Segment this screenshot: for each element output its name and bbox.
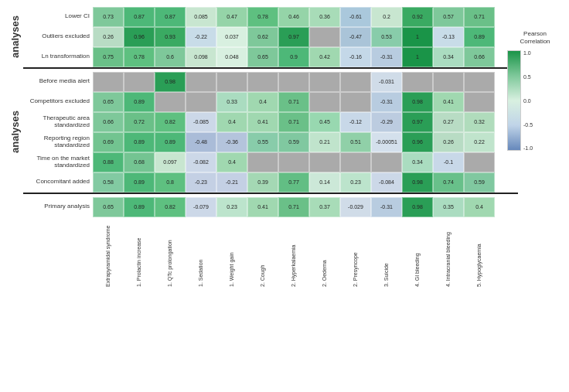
legend-label--1.0: -1.0: [523, 145, 533, 151]
heatmap-cell: -0.084: [371, 172, 402, 193]
heatmap-cell: -0.29: [371, 112, 402, 132]
heatmap-cell: 0.82: [155, 112, 186, 132]
section-middle: analyses Before media alert0.98-0.031Com…: [6, 72, 501, 193]
heatmap-cell: 0.75: [93, 47, 124, 67]
heatmap-cell: [402, 72, 433, 92]
heatmap-cell: -0.16: [340, 47, 371, 67]
heatmap-cell: 0.41: [433, 92, 464, 112]
heatmap-cell: -0.31: [371, 197, 402, 217]
heatmap-cell: [278, 72, 309, 92]
legend-gradient: [507, 50, 521, 151]
x-label: Extrapyramidal syndrome: [93, 217, 124, 287]
x-label: 1. QTc prolongation: [155, 217, 186, 287]
heatmap-cell: 0.34: [433, 47, 464, 67]
heatmap-cell: 0.57: [433, 7, 464, 27]
heatmap-cell: 0.92: [402, 7, 433, 27]
heatmap-cell: 0.51: [340, 132, 371, 152]
heatmap-cell: -0.31: [371, 92, 402, 112]
heatmap-cell: 0.97: [402, 112, 433, 132]
heatmap-cell: 0.66: [464, 47, 495, 67]
row-label: Concomitant added: [23, 179, 93, 186]
x-label: 4. GI bleeding: [402, 217, 433, 287]
heatmap-row: Lower CI0.730.870.870.0850.470.780.460.3…: [23, 7, 495, 27]
heatmap-cell: 0.45: [309, 112, 340, 132]
heatmap-cell: -0.13: [433, 27, 464, 47]
legend-label--0.5: -0.5: [523, 122, 533, 128]
heatmap-cell: 0.42: [309, 47, 340, 67]
x-label: 1. Sedation: [186, 217, 216, 287]
heatmap-cell: 0.96: [402, 132, 433, 152]
heatmap-cell: 0.73: [93, 7, 124, 27]
heatmap-cell: -0.47: [340, 27, 371, 47]
heatmap-cell: [247, 152, 278, 172]
row-label: Reporting region standardized: [23, 135, 93, 149]
x-label: 2. Oedema: [309, 217, 340, 287]
heatmap-cell: 0.69: [93, 132, 124, 152]
heatmap-row: Outliers excluded0.260.960.93-0.220.0370…: [23, 27, 495, 47]
heatmap-cell: 0.89: [464, 27, 495, 47]
heatmap-cell: -0.21: [216, 172, 247, 193]
heatmap-cell: 0.65: [93, 197, 124, 217]
heatmap-cell: 1: [402, 27, 433, 47]
x-label: 2. Presyncope: [340, 217, 371, 287]
row-label: Outliers excluded: [23, 33, 93, 40]
heatmap-cell: 0.77: [278, 172, 309, 193]
heatmap-cell: 0.98: [402, 172, 433, 193]
heatmap-cell: -0.00051: [371, 132, 402, 152]
heatmap-cell: 0.9: [278, 47, 309, 67]
x-label: 2. Hyperkalaemia: [278, 217, 309, 287]
heatmap-cell: 0.89: [124, 197, 155, 217]
heatmap-cell: 0.88: [93, 152, 124, 172]
heatmap-cell: -0.48: [186, 132, 216, 152]
heatmap-cell: -0.12: [340, 112, 371, 132]
heatmap-cell: 0.59: [278, 132, 309, 152]
heatmap-cell: 0.58: [93, 172, 124, 193]
heatmap-cell: 0.62: [247, 27, 278, 47]
heatmap-cell: -0.36: [216, 132, 247, 152]
legend-labels: 1.0 0.5 0.0 -0.5 -1.0: [521, 50, 533, 151]
heatmap-cell: [340, 92, 371, 112]
heatmap-cell: 0.8: [155, 172, 186, 193]
heatmap-cell: [216, 72, 247, 92]
heatmap-cell: 0.89: [124, 132, 155, 152]
middle-rows: Before media alert0.98-0.031Competitors …: [23, 72, 495, 193]
heatmap-row: Before media alert0.98-0.031: [23, 72, 495, 92]
row-label: Lower CI: [23, 13, 93, 20]
heatmap-cell: 0.36: [309, 7, 340, 27]
x-labels: Extrapyramidal syndrome1. Prolactin incr…: [23, 217, 501, 287]
heatmap-cell: 0.14: [309, 172, 340, 193]
heatmap-cell: -0.085: [186, 112, 216, 132]
heatmap-cell: -0.61: [340, 7, 371, 27]
x-label: 5. Hypoglycaemia: [464, 217, 495, 287]
heatmap-cell: 0.65: [247, 47, 278, 67]
row-label: Before media alert: [23, 78, 93, 85]
heatmap-cell: 0.41: [247, 197, 278, 217]
heatmap-cell: [340, 152, 371, 172]
heatmap-cell: 0.23: [216, 197, 247, 217]
heatmap-cell: 0.87: [155, 7, 186, 27]
heatmap-cell: 0.66: [93, 112, 124, 132]
heatmap-row: Ln transformation0.750.780.60.0980.0480.…: [23, 47, 495, 67]
heatmap-cell: 0.39: [247, 172, 278, 193]
top-rows: Lower CI0.730.870.870.0850.470.780.460.3…: [23, 7, 495, 67]
heatmap-cell: 0.085: [186, 7, 216, 27]
heatmap-cell: [433, 72, 464, 92]
heatmap-cell: 0.21: [309, 132, 340, 152]
heatmap-cell: 0.59: [464, 172, 495, 193]
section-bottom: Primary analysis0.650.890.82-0.0790.230.…: [6, 197, 501, 217]
legend-title: Pearson Correlation: [507, 30, 563, 46]
heatmap-cell: 0.65: [93, 92, 124, 112]
heatmap-cell: 0.71: [278, 197, 309, 217]
heatmap-cell: 0.55: [247, 132, 278, 152]
heatmap-cell: 0.23: [340, 172, 371, 193]
x-label: 1. Weight gain: [216, 217, 247, 287]
heatmap-cell: 0.71: [464, 7, 495, 27]
heatmap-cell: 0.2: [371, 7, 402, 27]
chart-container: analyses Lower CI0.730.870.870.0850.470.…: [6, 7, 563, 386]
heatmap-cell: 0.47: [216, 7, 247, 27]
heatmap-cell: 0.097: [155, 152, 186, 172]
heatmap-row: Concomitant added0.580.890.8-0.23-0.210.…: [23, 172, 495, 193]
x-label: 2. Cough: [247, 217, 278, 287]
heatmap-cell: [371, 152, 402, 172]
heatmap-cell: 0.98: [155, 72, 186, 92]
